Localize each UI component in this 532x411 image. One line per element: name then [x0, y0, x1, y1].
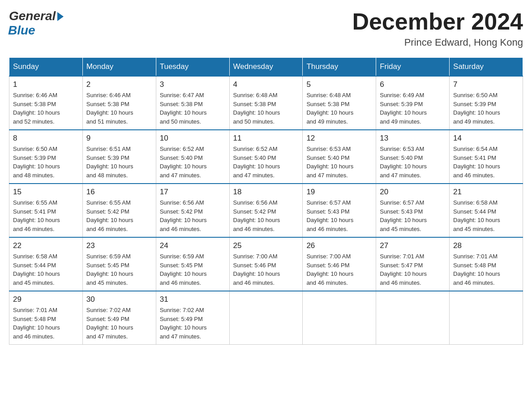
week-row-3: 15Sunrise: 6:55 AMSunset: 5:41 PMDayligh… [9, 184, 523, 237]
header-cell-sunday: Sunday [9, 58, 83, 77]
day-number: 14 [453, 134, 519, 143]
day-info: Sunrise: 6:46 AMSunset: 5:38 PMDaylight:… [13, 91, 79, 126]
day-number: 22 [13, 241, 79, 250]
day-number: 28 [453, 241, 519, 250]
header-cell-tuesday: Tuesday [156, 58, 229, 77]
day-cell: 1Sunrise: 6:46 AMSunset: 5:38 PMDaylight… [9, 76, 83, 130]
day-number: 21 [453, 188, 519, 197]
day-number: 26 [306, 241, 372, 250]
week-row-1: 1Sunrise: 6:46 AMSunset: 5:38 PMDaylight… [9, 76, 523, 130]
day-info: Sunrise: 7:01 AMSunset: 5:48 PMDaylight:… [13, 306, 79, 341]
day-cell: 25Sunrise: 7:00 AMSunset: 5:46 PMDayligh… [229, 237, 303, 291]
day-number: 20 [380, 188, 446, 197]
week-row-2: 8Sunrise: 6:50 AMSunset: 5:39 PMDaylight… [9, 130, 523, 184]
day-cell: 9Sunrise: 6:51 AMSunset: 5:39 PMDaylight… [82, 130, 156, 184]
day-cell: 23Sunrise: 6:59 AMSunset: 5:45 PMDayligh… [82, 237, 156, 291]
day-number: 12 [306, 134, 372, 143]
day-cell: 28Sunrise: 7:01 AMSunset: 5:48 PMDayligh… [450, 237, 523, 291]
day-info: Sunrise: 6:48 AMSunset: 5:38 PMDaylight:… [306, 91, 372, 126]
day-cell [229, 291, 303, 345]
day-cell: 22Sunrise: 6:58 AMSunset: 5:44 PMDayligh… [9, 237, 83, 291]
header-cell-thursday: Thursday [303, 58, 376, 77]
day-info: Sunrise: 6:50 AMSunset: 5:39 PMDaylight:… [453, 91, 519, 126]
header-cell-wednesday: Wednesday [229, 58, 303, 77]
day-number: 30 [86, 295, 152, 304]
day-number: 6 [380, 80, 446, 89]
day-cell: 16Sunrise: 6:55 AMSunset: 5:42 PMDayligh… [82, 184, 156, 237]
day-cell: 12Sunrise: 6:53 AMSunset: 5:40 PMDayligh… [303, 130, 376, 184]
day-number: 25 [233, 241, 299, 250]
day-info: Sunrise: 6:59 AMSunset: 5:45 PMDaylight:… [86, 252, 152, 287]
calendar-table: SundayMondayTuesdayWednesdayThursdayFrid… [9, 57, 523, 345]
day-cell: 31Sunrise: 7:02 AMSunset: 5:49 PMDayligh… [156, 291, 229, 345]
location-title: Prince Edward, Hong Kong [352, 37, 523, 48]
day-cell [450, 291, 523, 345]
day-number: 7 [453, 80, 519, 89]
header-cell-saturday: Saturday [450, 58, 523, 77]
day-info: Sunrise: 6:49 AMSunset: 5:39 PMDaylight:… [380, 91, 446, 126]
day-cell: 6Sunrise: 6:49 AMSunset: 5:39 PMDaylight… [376, 76, 450, 130]
day-cell: 17Sunrise: 6:56 AMSunset: 5:42 PMDayligh… [156, 184, 229, 237]
day-cell: 14Sunrise: 6:54 AMSunset: 5:41 PMDayligh… [450, 130, 523, 184]
day-number: 8 [13, 134, 79, 143]
day-info: Sunrise: 7:02 AMSunset: 5:49 PMDaylight:… [160, 306, 226, 341]
day-info: Sunrise: 7:01 AMSunset: 5:47 PMDaylight:… [380, 252, 446, 287]
logo: General Blue [9, 9, 64, 38]
day-number: 24 [160, 241, 226, 250]
day-cell: 19Sunrise: 6:57 AMSunset: 5:43 PMDayligh… [303, 184, 376, 237]
header-cell-monday: Monday [82, 58, 156, 77]
header-row: SundayMondayTuesdayWednesdayThursdayFrid… [9, 58, 523, 77]
day-cell: 18Sunrise: 6:56 AMSunset: 5:42 PMDayligh… [229, 184, 303, 237]
day-number: 19 [306, 188, 372, 197]
day-info: Sunrise: 6:47 AMSunset: 5:38 PMDaylight:… [160, 91, 226, 126]
logo-blue-text: Blue [8, 23, 35, 38]
day-cell: 27Sunrise: 7:01 AMSunset: 5:47 PMDayligh… [376, 237, 450, 291]
day-info: Sunrise: 6:56 AMSunset: 5:42 PMDaylight:… [233, 198, 299, 233]
day-info: Sunrise: 6:59 AMSunset: 5:45 PMDaylight:… [160, 252, 226, 287]
calendar-body: 1Sunrise: 6:46 AMSunset: 5:38 PMDaylight… [9, 76, 523, 345]
day-cell: 30Sunrise: 7:02 AMSunset: 5:49 PMDayligh… [82, 291, 156, 345]
day-number: 17 [160, 188, 226, 197]
title-section: December 2024 Prince Edward, Hong Kong [352, 9, 523, 48]
day-cell: 5Sunrise: 6:48 AMSunset: 5:38 PMDaylight… [303, 76, 376, 130]
day-number: 31 [160, 295, 226, 304]
day-number: 13 [380, 134, 446, 143]
day-info: Sunrise: 6:57 AMSunset: 5:43 PMDaylight:… [380, 198, 446, 233]
day-info: Sunrise: 6:52 AMSunset: 5:40 PMDaylight:… [160, 145, 226, 180]
day-number: 29 [13, 295, 79, 304]
logo-arrow-icon [57, 12, 64, 21]
day-info: Sunrise: 6:51 AMSunset: 5:39 PMDaylight:… [86, 145, 152, 180]
day-cell: 24Sunrise: 6:59 AMSunset: 5:45 PMDayligh… [156, 237, 229, 291]
day-cell: 21Sunrise: 6:58 AMSunset: 5:44 PMDayligh… [450, 184, 523, 237]
day-cell: 7Sunrise: 6:50 AMSunset: 5:39 PMDaylight… [450, 76, 523, 130]
month-title: December 2024 [352, 9, 523, 34]
calendar-header: SundayMondayTuesdayWednesdayThursdayFrid… [9, 58, 523, 77]
week-row-4: 22Sunrise: 6:58 AMSunset: 5:44 PMDayligh… [9, 237, 523, 291]
day-number: 16 [86, 188, 152, 197]
day-info: Sunrise: 6:56 AMSunset: 5:42 PMDaylight:… [160, 198, 226, 233]
day-number: 15 [13, 188, 79, 197]
day-info: Sunrise: 6:58 AMSunset: 5:44 PMDaylight:… [453, 198, 519, 233]
day-info: Sunrise: 6:53 AMSunset: 5:40 PMDaylight:… [306, 145, 372, 180]
day-number: 2 [86, 80, 152, 89]
day-number: 1 [13, 80, 79, 89]
day-info: Sunrise: 6:58 AMSunset: 5:44 PMDaylight:… [13, 252, 79, 287]
day-number: 9 [86, 134, 152, 143]
day-number: 23 [86, 241, 152, 250]
day-info: Sunrise: 6:55 AMSunset: 5:42 PMDaylight:… [86, 198, 152, 233]
week-row-5: 29Sunrise: 7:01 AMSunset: 5:48 PMDayligh… [9, 291, 523, 345]
day-info: Sunrise: 6:57 AMSunset: 5:43 PMDaylight:… [306, 198, 372, 233]
day-number: 5 [306, 80, 372, 89]
day-info: Sunrise: 7:00 AMSunset: 5:46 PMDaylight:… [233, 252, 299, 287]
day-info: Sunrise: 7:00 AMSunset: 5:46 PMDaylight:… [306, 252, 372, 287]
logo-general-text: General [9, 9, 56, 23]
day-number: 3 [160, 80, 226, 89]
page-header: General Blue December 2024 Prince Edward… [9, 9, 523, 48]
day-info: Sunrise: 6:55 AMSunset: 5:41 PMDaylight:… [13, 198, 79, 233]
day-number: 27 [380, 241, 446, 250]
day-cell: 26Sunrise: 7:00 AMSunset: 5:46 PMDayligh… [303, 237, 376, 291]
day-info: Sunrise: 6:54 AMSunset: 5:41 PMDaylight:… [453, 145, 519, 180]
day-cell: 10Sunrise: 6:52 AMSunset: 5:40 PMDayligh… [156, 130, 229, 184]
day-info: Sunrise: 6:53 AMSunset: 5:40 PMDaylight:… [380, 145, 446, 180]
day-cell: 29Sunrise: 7:01 AMSunset: 5:48 PMDayligh… [9, 291, 83, 345]
